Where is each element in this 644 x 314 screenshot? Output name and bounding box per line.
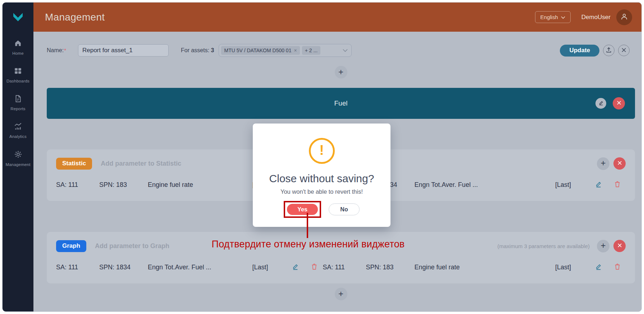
more-assets-chip[interactable]: + 2 ... [302,46,320,55]
edit-section-button[interactable] [595,98,606,109]
sidebar: Home Dashboards Reports [3,3,33,311]
language-label: English [540,14,558,20]
delete-parameter-button[interactable] [306,263,323,272]
add-widget-row: + [47,288,635,300]
graph-card-controls: (maximum 3 parameters are available) + [497,240,626,252]
sidebar-item-analytics[interactable]: Analytics [3,122,33,150]
param-name: Engn Tot.Aver. Fuel ... [414,181,555,189]
assets-multiselect[interactable]: MTU 5V / DATAKOM D500 01 × + 2 ... [219,44,352,57]
param-aggregation: [Last] [555,264,588,271]
sidebar-item-home[interactable]: Home [3,39,33,67]
close-icon [617,161,622,166]
confirm-yes-button[interactable]: Yes [287,204,318,215]
edit-parameter-button[interactable] [588,263,609,272]
sidebar-item-label: Reports [10,107,26,111]
sidebar-item-label: Analytics [9,134,27,139]
param-spn: SPN: 183 [366,264,414,271]
param-spn: SPN: 183 [99,181,148,189]
statistic-badge: Statistic [56,158,92,170]
user-avatar[interactable] [616,9,632,25]
dialog-subtitle: You won't be able to revert this! [280,188,363,195]
top-header: Management English DemoUser [33,3,641,32]
user-name: DemoUser [581,14,611,21]
annotation-highlight-box: Yes [284,201,321,218]
param-aggregation: [Last] [555,181,588,189]
delete-parameter-button[interactable] [609,263,626,272]
assets-count: 3 [211,47,214,53]
param-name: Engn Tot.Aver. Fuel ... [148,264,252,271]
header-right: English DemoUser [535,9,632,25]
pencil-icon [595,263,602,272]
close-icon [617,100,621,106]
section-banner: Fuel [47,88,635,119]
report-name-input[interactable] [78,44,169,57]
max-parameters-note: (maximum 3 parameters are available) [497,243,590,249]
sidebar-item-label: Management [5,162,30,167]
param-aggregation: [Last] [252,264,284,271]
add-parameter-button[interactable]: + [597,157,609,170]
report-document-icon [14,95,22,104]
report-form-row: Name:* For assets: 3 MTU 5V / DATAKOM D5… [47,44,635,57]
required-asterisk: * [64,47,66,53]
person-icon [620,12,629,22]
chevron-down-icon [343,49,348,52]
sidebar-nav: Home Dashboards Reports [3,39,33,178]
param-spn: SPN: 1834 [99,264,148,271]
exclamation-mark: ! [319,143,324,158]
sidebar-item-management[interactable]: Management [3,150,33,178]
parameter-item: SA: 111 SPN: 183 Engine fuel rate [Last] [323,263,626,272]
pencil-icon [292,263,299,272]
add-widget-button[interactable]: + [335,66,347,78]
trash-icon [311,263,318,272]
confirm-no-button[interactable]: No [329,203,360,215]
section-controls [595,88,625,119]
trash-icon [614,263,621,272]
close-icon [621,48,626,54]
dashboards-icon [14,67,22,76]
close-editor-button[interactable] [618,45,630,56]
delete-widget-button[interactable] [613,157,626,170]
confirm-dialog: ! Close without saving? You won't be abl… [253,124,390,227]
pencil-icon [595,181,602,189]
asset-chip: MTU 5V / DATAKOM D500 01 × [221,46,300,55]
delete-parameter-button[interactable] [609,181,626,189]
logo-chevron-icon [10,9,26,26]
sidebar-item-dashboards[interactable]: Dashboards [3,67,33,95]
form-actions: Update [560,45,630,57]
sidebar-item-label: Home [12,51,23,55]
pencil-icon [598,100,604,107]
sidebar-item-reports[interactable]: Reports [3,95,33,122]
dialog-title: Close without saving? [269,172,374,185]
parameter-item: SA: 111 SPN: 1834 Engn Tot.Aver. Fuel ..… [56,263,323,272]
param-name: Engine fuel rate [148,181,252,189]
edit-parameter-button[interactable] [284,263,306,272]
update-button[interactable]: Update [560,45,599,57]
add-parameter-link[interactable]: Add parameter to Graph [95,242,169,250]
add-parameter-button[interactable]: + [597,240,609,252]
trash-icon [614,181,621,189]
add-widget-button[interactable]: + [335,288,347,300]
app-logo[interactable] [3,3,33,32]
export-button[interactable] [603,45,615,56]
annotation-pointer-line [307,213,308,238]
param-sa: SA: 111 [323,264,366,271]
delete-section-button[interactable] [613,97,625,109]
asset-chip-label: MTU 5V / DATAKOM D500 01 [224,48,291,53]
chip-remove-icon[interactable]: × [294,48,297,53]
delete-widget-button[interactable] [613,240,626,252]
add-widget-row: + [47,66,635,78]
graph-parameters-row: SA: 111 SPN: 1834 Engn Tot.Aver. Fuel ..… [56,261,626,274]
analytics-icon [14,122,22,132]
add-parameter-link[interactable]: Add parameter to Statistic [101,160,181,167]
gear-icon [14,150,22,160]
for-assets-label: For assets: 3 [181,47,214,54]
section-title: Fuel [47,99,635,107]
language-selector[interactable]: English [535,11,571,23]
dialog-actions: Yes No [284,201,360,218]
param-sa: SA: 111 [56,264,99,271]
statistic-card-controls: + [597,157,626,170]
param-sa: SA: 111 [56,181,99,189]
annotation-caption: Подтвердите отмену изменений виджетов [200,239,416,250]
edit-parameter-button[interactable] [588,181,609,189]
chevron-down-icon [561,14,565,20]
